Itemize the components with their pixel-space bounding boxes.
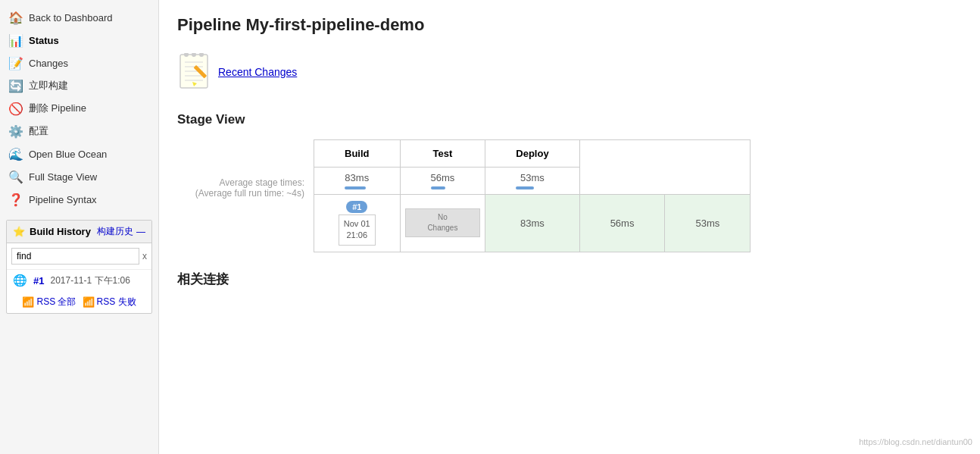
avg-test: 56ms <box>400 168 485 195</box>
build-ball-icon: 🌐 <box>13 274 27 287</box>
stage-header-row: Build Test Deploy <box>314 140 751 168</box>
build-link[interactable]: #1 <box>33 275 44 286</box>
rss-all-link[interactable]: 📶 RSS 全部 <box>22 296 76 308</box>
sidebar-item-label: 配置 <box>29 124 48 138</box>
page-title: Pipeline My-first-pipeline-demo <box>177 15 962 35</box>
watermark: https://blog.csdn.net/diantun00 <box>859 437 972 446</box>
build-data-row: #1 Nov 0121:06 NoChanges 83ms 56ms 53ms <box>314 195 751 252</box>
rss-all-label: RSS 全部 <box>36 296 76 308</box>
build-date: 2017-11-1 下午1:06 <box>50 274 130 287</box>
sidebar-item-label: Changes <box>29 58 68 69</box>
delete-icon: 🚫 <box>9 102 23 115</box>
rss-fail-label: RSS 失败 <box>97 296 136 308</box>
build-now-icon: 🔄 <box>9 79 23 92</box>
sidebar-item-status[interactable]: 📊 Status <box>0 29 158 52</box>
sidebar-item-delete-pipeline[interactable]: 🚫 删除 Pipeline <box>0 97 158 120</box>
rss-all-icon: 📶 <box>22 296 34 308</box>
build-history-title: Build History <box>30 226 91 237</box>
test-progress-bar <box>431 186 445 189</box>
sidebar-item-config[interactable]: ⚙️ 配置 <box>0 120 158 142</box>
status-icon: 📊 <box>9 33 23 47</box>
rss-fail-icon: 📶 <box>83 296 95 308</box>
avg-build: 83ms <box>314 168 401 195</box>
avg-test-time: 56ms <box>431 172 455 183</box>
avg-label-line1: Average stage times: <box>177 177 304 188</box>
stage-table: Build Test Deploy 83ms 56ms <box>314 139 751 252</box>
rss-row: 📶 RSS 全部 📶 RSS 失败 <box>7 291 151 313</box>
full-stage-icon: 🔍 <box>9 170 23 183</box>
main-content: Pipeline My-first-pipeline-demo Recent C… <box>159 0 980 454</box>
home-icon: 🏠 <box>9 11 23 24</box>
stage-col-build: Build <box>314 140 401 168</box>
deploy-progress-bar <box>516 186 534 189</box>
sidebar-item-build-now[interactable]: 🔄 立即构建 <box>0 74 158 97</box>
no-changes-cell: NoChanges <box>400 195 485 252</box>
sidebar-item-label: Pipeline Syntax <box>29 194 97 205</box>
avg-deploy-time: 53ms <box>516 172 548 183</box>
data-deploy-cell: 53ms <box>665 195 751 252</box>
config-icon: ⚙️ <box>9 124 23 138</box>
stage-col-test: Test <box>400 140 485 168</box>
build-history-title-right: 构建历史 — <box>97 225 145 238</box>
sidebar-item-changes[interactable]: 📝 Changes <box>0 52 158 74</box>
build-history-header: ⭐ Build History 构建历史 — <box>7 221 151 243</box>
changes-icon: 📝 <box>9 56 23 70</box>
sidebar-item-label: Status <box>29 35 59 46</box>
recent-changes-label: Recent Changes <box>218 66 297 78</box>
sidebar-item-pipeline-syntax[interactable]: ❓ Pipeline Syntax <box>0 188 158 211</box>
no-changes-box: NoChanges <box>405 208 481 237</box>
sidebar-item-full-stage-view[interactable]: 🔍 Full Stage View <box>0 165 158 188</box>
avg-deploy: 53ms <box>485 168 579 195</box>
avg-label-line2: (Average full run time: ~4s) <box>177 188 304 199</box>
data-build-cell: 83ms <box>485 195 579 252</box>
sidebar-item-blue-ocean[interactable]: 🌊 Open Blue Ocean <box>0 142 158 165</box>
build-date-box: Nov 0121:06 <box>339 214 376 246</box>
pipeline-syntax-icon: ❓ <box>9 193 23 206</box>
dash-icon: — <box>136 227 145 237</box>
stage-view: Stage View Average stage times: (Average… <box>177 112 962 252</box>
sidebar: 🏠 Back to Dashboard 📊 Status 📝 Changes 🔄… <box>0 0 159 454</box>
sidebar-item-label: Open Blue Ocean <box>29 149 107 160</box>
stage-col-deploy: Deploy <box>485 140 579 168</box>
notebook-icon <box>177 53 211 91</box>
rss-fail-link[interactable]: 📶 RSS 失败 <box>83 296 136 308</box>
sidebar-item-back-dashboard[interactable]: 🏠 Back to Dashboard <box>0 6 158 29</box>
stage-view-title: Stage View <box>177 112 962 127</box>
stage-left-label: Average stage times: (Average full run t… <box>177 139 314 199</box>
sidebar-item-label: Full Stage View <box>29 171 97 183</box>
data-test-cell: 56ms <box>579 195 665 252</box>
stage-table-wrapper: Average stage times: (Average full run t… <box>177 139 962 252</box>
sidebar-item-label: Back to Dashboard <box>29 12 113 23</box>
build-history-section: ⭐ Build History 构建历史 — x 🌐 #1 2017-11-1 … <box>6 220 152 314</box>
recent-changes-link[interactable]: Recent Changes <box>177 53 962 91</box>
avg-times-row: 83ms 56ms 53ms <box>314 168 751 195</box>
build-badge-cell: #1 Nov 0121:06 <box>323 201 391 246</box>
build-progress-bar <box>345 186 366 189</box>
sidebar-item-label: 立即构建 <box>29 79 68 92</box>
sidebar-item-label: 删除 Pipeline <box>29 102 86 115</box>
build-history-link[interactable]: 构建历史 <box>97 225 133 238</box>
find-input[interactable] <box>11 248 139 265</box>
blue-ocean-icon: 🌊 <box>9 147 23 161</box>
build-info-cell: #1 Nov 0121:06 <box>314 195 401 252</box>
build-history-star-icon: ⭐ <box>13 226 25 237</box>
find-row: x <box>7 243 151 269</box>
build-badge: #1 <box>346 201 367 213</box>
build-item: 🌐 #1 2017-11-1 下午1:06 <box>7 269 151 291</box>
avg-build-time: 83ms <box>345 172 370 183</box>
related-title: 相关连接 <box>177 271 962 288</box>
find-clear-button[interactable]: x <box>142 251 147 261</box>
